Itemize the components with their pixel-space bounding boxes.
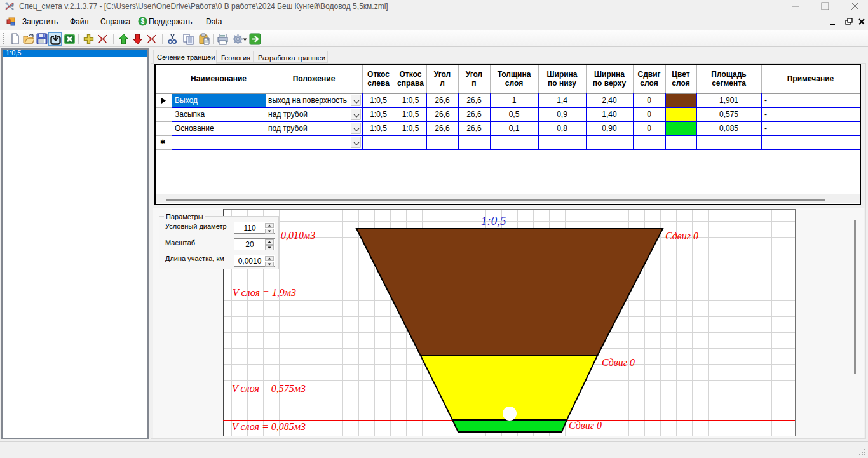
svg-text:V слоя = 0,085м3: V слоя = 0,085м3	[232, 421, 306, 432]
svg-text:Сдвиг 0: Сдвиг 0	[665, 231, 698, 241]
svg-text:V слоя = 1,9м3: V слоя = 1,9м3	[233, 287, 296, 298]
svg-text:V слоя = 0,575м3: V слоя = 0,575м3	[232, 383, 306, 394]
svg-text:Сдвиг 0: Сдвиг 0	[602, 357, 635, 368]
svg-text:1:0,5: 1:0,5	[481, 214, 506, 227]
svg-text:0,010м3: 0,010м3	[281, 230, 315, 241]
svg-text:Сдвиг 0: Сдвиг 0	[569, 420, 602, 431]
svg-text:$: $	[141, 18, 145, 25]
